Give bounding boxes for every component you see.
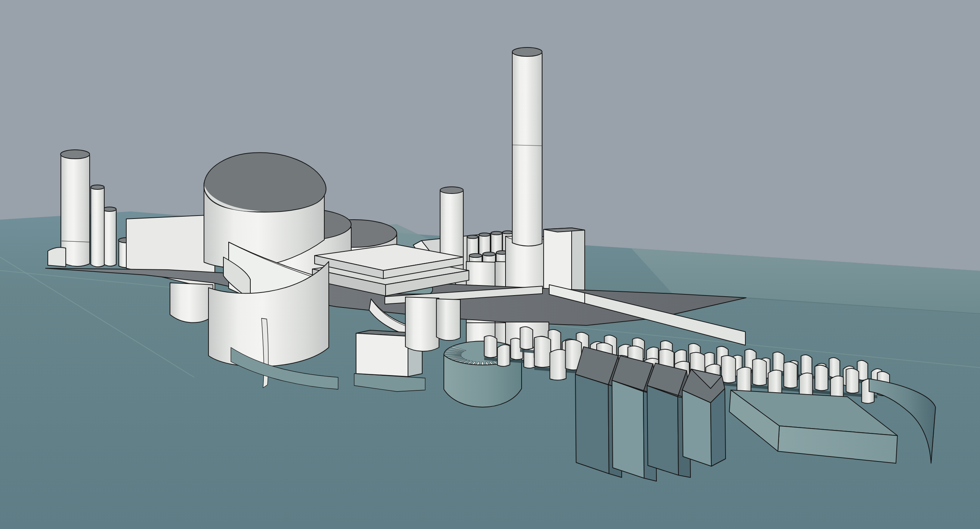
half-pipe-channel: [497, 345, 510, 367]
half-pipe-channel: [484, 335, 497, 357]
half-pipe-channel: [784, 362, 797, 388]
half-pipe-channel: [829, 357, 840, 378]
half-pipe-channel: [752, 359, 766, 385]
half-pipe-channel: [815, 365, 828, 391]
half-pipe-channel: [550, 349, 566, 380]
half-pipe-channel: [773, 352, 784, 372]
half-pipe-channel: [801, 355, 812, 375]
half-pipe-channel: [737, 367, 751, 394]
half-pipe-channel: [721, 356, 736, 383]
viewport-canvas[interactable]: [0, 0, 980, 529]
half-pipe-channel: [846, 369, 859, 393]
half-pipe-channel: [534, 336, 551, 367]
mast-chimney[interactable]: [512, 48, 542, 246]
viewport-window[interactable]: [0, 0, 980, 529]
half-pipe-channel: [520, 327, 533, 349]
